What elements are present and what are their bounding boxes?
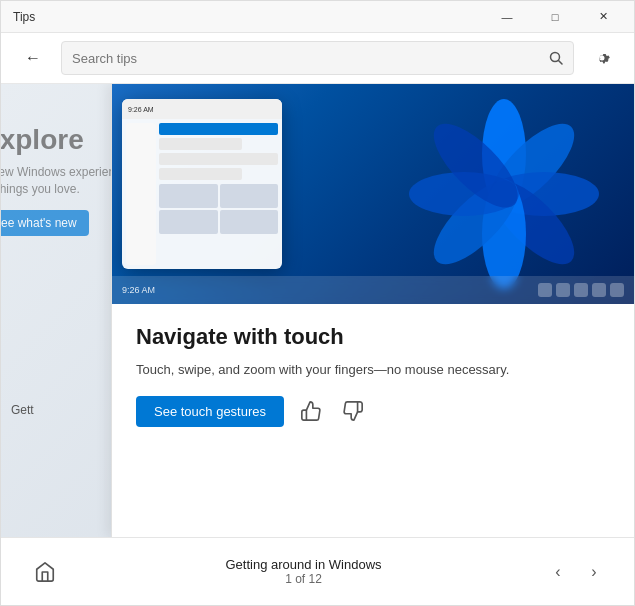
nav-prev-button[interactable]: ‹ — [542, 556, 574, 588]
settings-button[interactable] — [586, 42, 618, 74]
peek-left-label: Gett — [11, 403, 34, 417]
screenshot-time: 9:26 AM — [128, 106, 154, 113]
close-button[interactable]: ✕ — [580, 1, 626, 33]
window-controls: — □ ✕ — [484, 1, 626, 33]
svg-line-1 — [559, 61, 563, 65]
back-button[interactable]: ← — [17, 42, 49, 74]
window-title: Tips — [13, 10, 35, 24]
slide-text-content: Navigate with touch Touch, swipe, and zo… — [112, 304, 634, 443]
taskbar-time: 9:26 AM — [122, 285, 155, 295]
screenshot-row-3 — [159, 153, 278, 165]
minimize-button[interactable]: — — [484, 1, 530, 33]
slide-description: Touch, swipe, and zoom with your fingers… — [136, 360, 610, 380]
thumbs-up-button[interactable] — [296, 396, 326, 426]
settings-icon — [594, 50, 610, 66]
search-icon-button[interactable] — [549, 51, 563, 65]
nav-next-button[interactable]: › — [578, 556, 610, 588]
windows11-bloom-icon — [404, 94, 604, 294]
hero-taskbar: 9:26 AM — [112, 276, 634, 304]
nav-center: Getting around in Windows 1 of 12 — [225, 557, 381, 586]
screenshot-body — [122, 119, 282, 269]
search-container — [61, 41, 574, 75]
nav-arrows: ‹ › — [542, 556, 610, 588]
screenshot-row-2 — [159, 138, 242, 150]
taskbar-icon-2 — [556, 283, 570, 297]
home-icon — [34, 561, 56, 583]
maximize-button[interactable]: □ — [532, 1, 578, 33]
screenshot-row-4 — [159, 168, 242, 180]
thumbs-down-icon — [342, 400, 364, 422]
taskbar-icon-3 — [574, 283, 588, 297]
header: ← — [1, 33, 634, 84]
nav-page-info: 1 of 12 — [225, 572, 381, 586]
screenshot-mockup: 9:26 AM — [122, 99, 282, 269]
current-slide: 9:26 AM — [111, 84, 634, 537]
app-window: Tips — □ ✕ ← — [0, 0, 635, 606]
slide-title: Navigate with touch — [136, 324, 610, 350]
thumbnail-grid — [159, 184, 278, 234]
cta-button[interactable]: See touch gestures — [136, 396, 284, 427]
screenshot-sidebar — [126, 123, 156, 265]
thumbnail-4 — [220, 210, 279, 234]
thumbnail-2 — [220, 184, 279, 208]
taskbar-icon-5 — [610, 283, 624, 297]
screenshot-main — [159, 123, 278, 265]
taskbar-icons — [538, 283, 624, 297]
thumbnail-1 — [159, 184, 218, 208]
hero-image: 9:26 AM — [112, 84, 634, 304]
thumbs-down-button[interactable] — [338, 396, 368, 426]
main-content: Explore A new Windows experience — thing… — [1, 84, 634, 605]
bottom-nav: Getting around in Windows 1 of 12 ‹ › — [1, 537, 634, 605]
carousel: Explore A new Windows experience — thing… — [1, 84, 634, 537]
bg-cta-button[interactable]: See what's new — [1, 210, 89, 236]
nav-title: Getting around in Windows — [225, 557, 381, 572]
slide-actions: See touch gestures — [136, 396, 610, 427]
screenshot-row-1 — [159, 123, 278, 135]
thumbnail-3 — [159, 210, 218, 234]
screenshot-topbar: 9:26 AM — [122, 99, 282, 119]
search-input[interactable] — [72, 51, 549, 66]
search-icon — [549, 51, 563, 65]
taskbar-icon-4 — [592, 283, 606, 297]
taskbar-icon-1 — [538, 283, 552, 297]
thumbs-up-icon — [300, 400, 322, 422]
home-button[interactable] — [25, 552, 65, 592]
title-bar: Tips — □ ✕ — [1, 1, 634, 33]
